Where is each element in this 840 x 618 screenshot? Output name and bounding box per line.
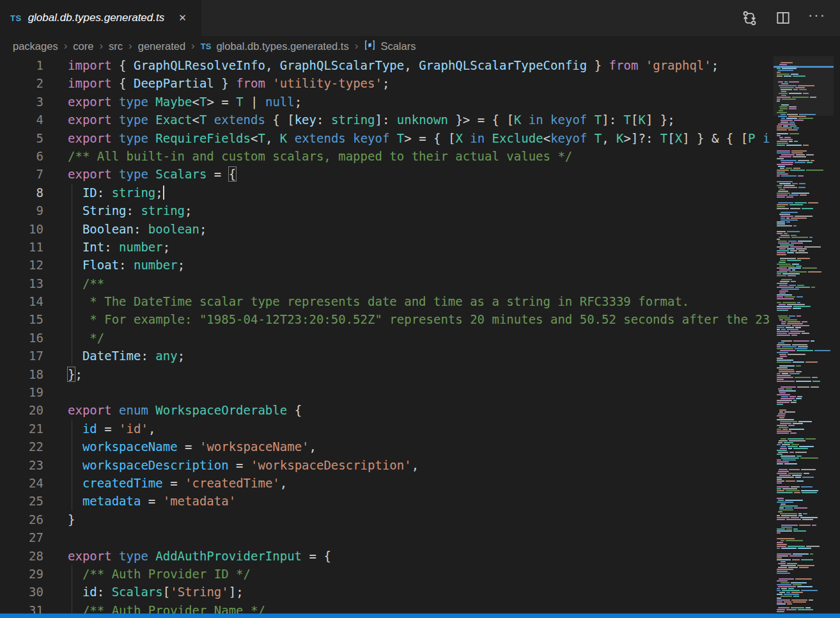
minimap-line — [777, 609, 813, 610]
minimap-line — [777, 569, 793, 570]
minimap-line — [777, 221, 790, 223]
minimap-line — [781, 340, 814, 342]
line-number[interactable]: 22 — [0, 438, 43, 456]
line-number[interactable]: 14 — [0, 292, 43, 310]
code-line[interactable]: 11 Int: number; — [0, 238, 772, 256]
code-line[interactable]: 13 /** — [0, 274, 772, 292]
breadcrumb: packages›core›src›generated›TSglobal.db.… — [0, 36, 840, 56]
code-line[interactable]: 29 /** Auth Provider ID */ — [0, 565, 772, 583]
line-number[interactable]: 12 — [0, 256, 43, 274]
split-editor-icon[interactable] — [775, 10, 791, 26]
breadcrumb-item-symbol[interactable]: Scalars — [380, 40, 416, 52]
line-number[interactable]: 2 — [0, 74, 43, 92]
line-number[interactable]: 9 — [0, 202, 43, 219]
code-line[interactable]: 23 workspaceDescription = 'workspaceDesc… — [0, 456, 772, 474]
line-number[interactable]: 8 — [0, 184, 43, 202]
breadcrumb-item-src[interactable]: src — [109, 40, 123, 52]
close-tab-icon[interactable]: ✕ — [176, 11, 189, 25]
code-line[interactable]: 20export enum WorkspaceOrderable { — [0, 401, 772, 419]
breadcrumb-item-packages[interactable]: packages — [13, 40, 58, 52]
breadcrumb-item-core[interactable]: core — [73, 40, 93, 52]
line-number[interactable]: 11 — [0, 238, 43, 256]
minimap-line — [777, 239, 780, 240]
code-line[interactable]: 26} — [0, 511, 772, 528]
minimap-line — [777, 482, 782, 484]
minimap-line — [777, 498, 784, 499]
minimap-line — [777, 542, 783, 543]
open-changes-icon[interactable] — [741, 10, 758, 27]
code-line[interactable]: 8 ID: string; — [0, 184, 772, 202]
minimap-line — [781, 457, 818, 459]
minimap-line — [778, 116, 806, 117]
code-line[interactable]: 28export type AddAuthProviderInput = { — [0, 547, 772, 565]
code-line[interactable]: 3export type Maybe<T> = T | null; — [0, 93, 772, 111]
minimap-line — [777, 444, 799, 445]
code-line[interactable]: 9 String: string; — [0, 202, 772, 219]
code-line[interactable]: 18}; — [0, 365, 772, 383]
breadcrumb-item-file[interactable]: global.db.types.generated.ts — [216, 40, 348, 52]
line-number[interactable]: 21 — [0, 420, 43, 438]
code-line[interactable]: 24 createdTime = 'createdTime', — [0, 474, 772, 492]
line-number[interactable]: 5 — [0, 129, 43, 147]
code-line[interactable]: 17 DateTime: any; — [0, 347, 772, 365]
line-number[interactable]: 24 — [0, 474, 43, 492]
code-line[interactable]: 21 id = 'id', — [0, 420, 772, 438]
code-line[interactable]: 19 — [0, 383, 772, 401]
line-number[interactable]: 10 — [0, 220, 43, 238]
code-line[interactable]: 12 Float: number; — [0, 256, 772, 274]
code-line[interactable]: 4export type Exact<T extends { [key: str… — [0, 111, 772, 129]
line-number[interactable]: 27 — [0, 528, 43, 546]
code-line[interactable]: 14 * The DateTime scalar type represents… — [0, 292, 772, 310]
code-line[interactable]: 22 workspaceName = 'workspaceName', — [0, 438, 772, 456]
minimap-line — [777, 358, 783, 359]
line-number[interactable]: 28 — [0, 547, 43, 565]
minimap-line — [777, 170, 823, 171]
code-line[interactable]: 1import { GraphQLResolveInfo, GraphQLSca… — [0, 56, 772, 74]
line-number[interactable]: 1 — [0, 56, 43, 74]
minimap-line — [781, 565, 814, 566]
line-number[interactable]: 31 — [0, 601, 43, 614]
code-line[interactable]: 25 metadata = 'metadata' — [0, 492, 772, 510]
breadcrumb-item-generated[interactable]: generated — [138, 40, 185, 52]
line-number[interactable]: 19 — [0, 383, 43, 401]
line-number[interactable]: 16 — [0, 329, 43, 347]
minimap-line — [780, 513, 807, 514]
text-cursor — [163, 186, 164, 200]
code-area[interactable]: 1import { GraphQLResolveInfo, GraphQLSca… — [0, 56, 772, 614]
minimap-line — [777, 415, 785, 416]
minimap-slider[interactable] — [774, 56, 834, 116]
line-number[interactable]: 17 — [0, 347, 43, 365]
code-line[interactable]: 15 * For example: "1985-04-12T23:20:50.5… — [0, 310, 772, 328]
code-text: } — [68, 511, 75, 528]
line-number[interactable]: 26 — [0, 511, 43, 528]
minimap-line — [777, 333, 809, 334]
code-text: export type RequireFields<T, K extends k… — [68, 129, 770, 147]
line-number[interactable]: 20 — [0, 401, 43, 419]
code-line[interactable]: 7export type Scalars = { — [0, 165, 772, 183]
line-number[interactable]: 15 — [0, 310, 43, 328]
line-number[interactable]: 6 — [0, 147, 43, 165]
code-line[interactable]: 31 /** Auth Provider Name */ — [0, 601, 772, 614]
tab-global-db-types-generated-ts[interactable]: TS global.db.types.generated.ts ✕ — [0, 0, 202, 36]
line-number[interactable]: 7 — [0, 165, 43, 183]
line-number[interactable]: 29 — [0, 565, 43, 583]
code-line[interactable]: 27 — [0, 528, 772, 546]
minimap-line — [781, 456, 802, 457]
code-line[interactable]: 16 */ — [0, 329, 772, 347]
code-text: id: Scalars['String']; — [68, 583, 244, 601]
line-number[interactable]: 18 — [0, 365, 43, 383]
minimap-line — [777, 325, 809, 326]
code-line[interactable]: 30 id: Scalars['String']; — [0, 583, 772, 601]
code-line[interactable]: 10 Boolean: boolean; — [0, 220, 772, 238]
line-number[interactable]: 25 — [0, 492, 43, 510]
minimap[interactable] — [774, 56, 834, 614]
line-number[interactable]: 13 — [0, 274, 43, 292]
line-number[interactable]: 30 — [0, 583, 43, 601]
line-number[interactable]: 4 — [0, 111, 43, 129]
code-line[interactable]: 2import { DeepPartial } from 'utility-ty… — [0, 74, 772, 92]
more-actions-icon[interactable]: ··· — [808, 8, 826, 28]
code-line[interactable]: 5export type RequireFields<T, K extends … — [0, 129, 772, 147]
code-line[interactable]: 6/** All built-in and custom scalars, ma… — [0, 147, 772, 165]
line-number[interactable]: 23 — [0, 456, 43, 474]
line-number[interactable]: 3 — [0, 93, 43, 111]
